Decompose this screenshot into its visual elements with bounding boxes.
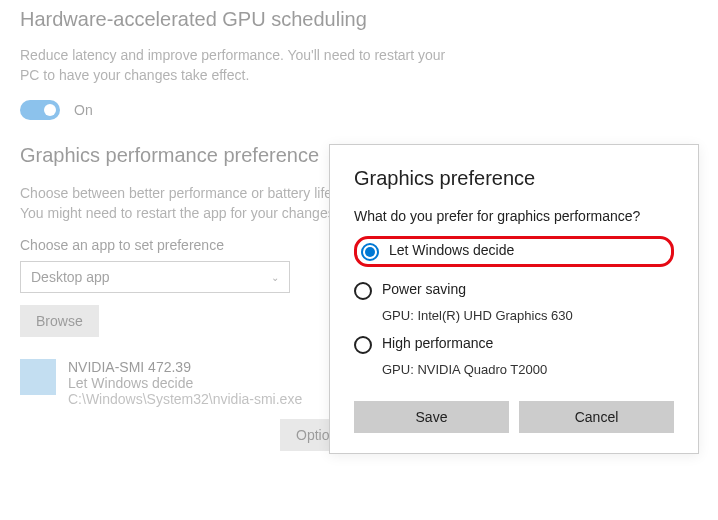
preference-radio-group: Let Windows decide Power saving GPU: Int… xyxy=(354,236,674,381)
radio-sublabel-high-performance: GPU: NVIDIA Quadro T2000 xyxy=(382,362,674,377)
radio-label: Let Windows decide xyxy=(389,242,514,258)
radio-icon xyxy=(354,336,372,354)
cancel-button[interactable]: Cancel xyxy=(519,401,674,433)
radio-icon xyxy=(361,243,379,261)
radio-icon xyxy=(354,282,372,300)
radio-option-let-windows-decide[interactable]: Let Windows decide xyxy=(361,242,514,261)
radio-sublabel-power-saving: GPU: Intel(R) UHD Graphics 630 xyxy=(382,308,674,323)
dialog-question: What do you prefer for graphics performa… xyxy=(354,208,674,224)
radio-label: High performance xyxy=(382,335,493,351)
dialog-button-row: Save Cancel xyxy=(354,401,674,433)
radio-option-high-performance[interactable]: High performance xyxy=(354,333,674,356)
highlight-annotation: Let Windows decide xyxy=(354,236,674,267)
radio-label: Power saving xyxy=(382,281,466,297)
dialog-title: Graphics preference xyxy=(354,167,674,190)
radio-option-power-saving[interactable]: Power saving xyxy=(354,279,674,302)
save-button[interactable]: Save xyxy=(354,401,509,433)
graphics-preference-dialog: Graphics preference What do you prefer f… xyxy=(329,144,699,454)
